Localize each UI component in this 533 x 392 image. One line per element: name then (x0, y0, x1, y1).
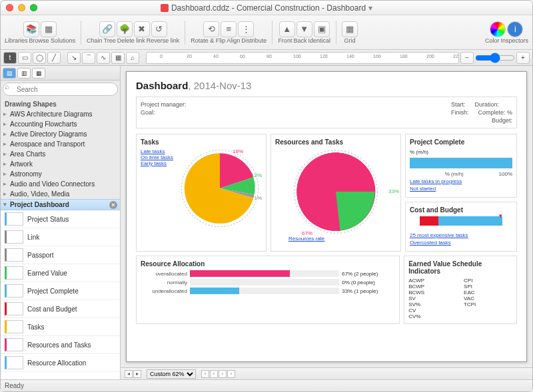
ellipse-tool[interactable]: ◯ (33, 52, 46, 64)
panel-toggle-1[interactable]: ▤ (3, 68, 16, 79)
shape-item[interactable]: Tasks (1, 318, 120, 336)
browse-solutions-button[interactable]: ▦ (41, 21, 57, 37)
tree-label: Tree (104, 37, 116, 44)
shape-item[interactable]: Project Complete (1, 282, 120, 300)
alloc-row: overallocated67% (2 people) (141, 270, 395, 277)
color-label: Color (485, 37, 500, 44)
sidebar-category[interactable]: Project Dashboard× (1, 199, 120, 210)
project-meta: Project manager: Goal: Start:Duration: F… (136, 97, 517, 128)
close-icon[interactable]: × (109, 201, 117, 209)
zoom-out-button[interactable]: − (460, 52, 474, 64)
zoom-select[interactable]: Custom 62% (147, 369, 196, 379)
tool-strip: t ▭ ◯ ╱ ↘ ⌒ ∿ ▦ ⌕ 02040 6080100 12014016… (1, 50, 532, 66)
zoom-slider[interactable] (475, 53, 515, 63)
sidebar-category[interactable]: Active Directory Diagrams (1, 129, 120, 139)
window-title: Dashboard.cddz - Comercial Construction … (1, 3, 532, 13)
window-controls (6, 4, 37, 11)
card-link[interactable]: 25 most expensive tasks (410, 232, 512, 238)
search-tool[interactable]: ⌕ (126, 52, 139, 64)
align-button[interactable]: ≡ (221, 21, 237, 37)
shape-item[interactable]: Link (1, 228, 120, 246)
shape-item[interactable]: Earned Value (1, 264, 120, 282)
grid-button[interactable]: ▦ (342, 21, 358, 37)
sidebar-category[interactable]: Artwork (1, 159, 120, 169)
sidebar-category[interactable]: Audio and Video Connectors (1, 179, 120, 189)
meta-goal: Goal: (141, 109, 187, 116)
reverselink-label: Reverse link (147, 37, 180, 44)
spline-tool[interactable]: ∿ (97, 52, 110, 64)
chevron-down-icon[interactable]: ▾ (368, 3, 372, 13)
color-button[interactable] (490, 21, 506, 37)
document[interactable]: Dashboard, 2014-Nov-13 Project manager: … (126, 71, 527, 362)
card-link[interactable]: Not started (410, 186, 512, 192)
meta-pm: Project manager: (141, 101, 187, 108)
arc-tool[interactable]: ⌒ (82, 52, 95, 64)
doc-icon (161, 4, 169, 12)
pointer-tool[interactable]: t (3, 52, 17, 64)
libraries-button[interactable]: 📚 (23, 21, 39, 37)
chain-label: Chain (87, 37, 103, 44)
sidebar-category[interactable]: Accounting Flowcharts (1, 119, 120, 129)
tasks-title: Tasks (141, 138, 262, 146)
titlebar[interactable]: Dashboard.cddz - Comercial Construction … (1, 1, 532, 15)
card-link[interactable]: Late tasks in progress (410, 178, 512, 184)
grid-label: Grid (344, 37, 355, 44)
sidebar-category[interactable]: Astronomy (1, 169, 120, 179)
main-toolbar: 📚 ▦ Libraries Browse Solutions 🔗 🌳 ✖ ↺ C… (1, 15, 532, 50)
rotate-flip-button[interactable]: ⟲ (203, 21, 219, 37)
sidebar-category[interactable]: AWS Architecture Diagrams (1, 109, 120, 119)
app-window: Dashboard.cddz - Comercial Construction … (0, 0, 533, 392)
canvas-area: Dashboard, 2014-Nov-13 Project manager: … (121, 66, 532, 379)
alloc-row: underallocated33% (1 people) (141, 288, 395, 294)
resource-allocation-card: Resource Allocation overallocated67% (2 … (136, 256, 400, 324)
sidebar-category[interactable]: Audio, Video, Media (1, 189, 120, 199)
delete-link-button[interactable]: ✖ (134, 21, 150, 37)
rotateflip-label: Rotate & Flip (191, 37, 225, 44)
minimize-icon[interactable] (18, 4, 25, 11)
back-label: Back (293, 37, 306, 44)
panel-toggle-3[interactable]: ▦ (32, 68, 45, 79)
shape-list: Project StatusLinkPassportEarned ValuePr… (1, 210, 120, 379)
zoom-icon[interactable] (30, 4, 37, 11)
shape-item[interactable]: Resource Allocation (1, 354, 120, 372)
inspectors-button[interactable]: i (507, 21, 523, 37)
front-button[interactable]: ▲ (279, 21, 295, 37)
cost-budget-card: Cost and Budget ▾ 25 most expensive task… (405, 202, 517, 252)
shape-item[interactable]: Passport (1, 246, 120, 264)
back-button[interactable]: ▼ (296, 21, 312, 37)
grid-tool[interactable]: ▦ (111, 52, 125, 64)
legend-link[interactable]: On time tasks (141, 154, 177, 160)
earned-value-card: Earned Value Schedule Indicators ACWPBCW… (404, 256, 517, 324)
panel-toggle-2[interactable]: ▥ (17, 68, 31, 79)
reverse-link-button[interactable]: ↺ (151, 21, 167, 37)
alloc-row: normally0% (0 people) (141, 279, 395, 286)
shape-item[interactable]: Project Status (1, 210, 120, 228)
page-thumbs[interactable]: ▫▫▫▫ (201, 370, 235, 378)
distribute-button[interactable]: ⋮ (238, 21, 254, 37)
legend-link[interactable]: Late tasks (141, 148, 177, 154)
tree-button[interactable]: 🌳 (117, 21, 133, 37)
zoom-in-button[interactable]: + (516, 52, 530, 64)
identical-label: Identical (308, 37, 330, 44)
legend-link[interactable]: Early tasks (141, 160, 177, 166)
line-tool[interactable]: ╱ (47, 52, 61, 64)
sidebar: ▤ ▥ ▦ Drawing Shapes AWS Architecture Di… (1, 66, 121, 379)
card-link[interactable]: Overcosted tasks (410, 240, 512, 246)
sidebar-category[interactable]: Aerospace and Transport (1, 139, 120, 149)
shape-item[interactable]: Resources and Tasks (1, 336, 120, 354)
page-title: Dashboard, 2014-Nov-13 (136, 80, 517, 91)
close-icon[interactable] (6, 4, 13, 11)
rect-tool[interactable]: ▭ (18, 52, 31, 64)
status-text: Ready (5, 382, 24, 389)
connector-tool[interactable]: ↘ (67, 52, 81, 64)
shape-item[interactable]: Cost and Budget (1, 300, 120, 318)
sidebar-category[interactable]: Area Charts (1, 149, 120, 159)
progress-bar (410, 158, 512, 168)
chain-button[interactable]: 🔗 (99, 21, 115, 37)
page-nav[interactable]: ◂▸ (125, 370, 141, 378)
search-input[interactable] (3, 83, 118, 96)
identical-button[interactable]: ▣ (314, 21, 330, 37)
category-list: AWS Architecture DiagramsAccounting Flow… (1, 109, 120, 210)
resources-rate-link[interactable]: Resources rate (288, 236, 324, 242)
window-title-text: Dashboard.cddz - Comercial Construction … (171, 3, 366, 13)
